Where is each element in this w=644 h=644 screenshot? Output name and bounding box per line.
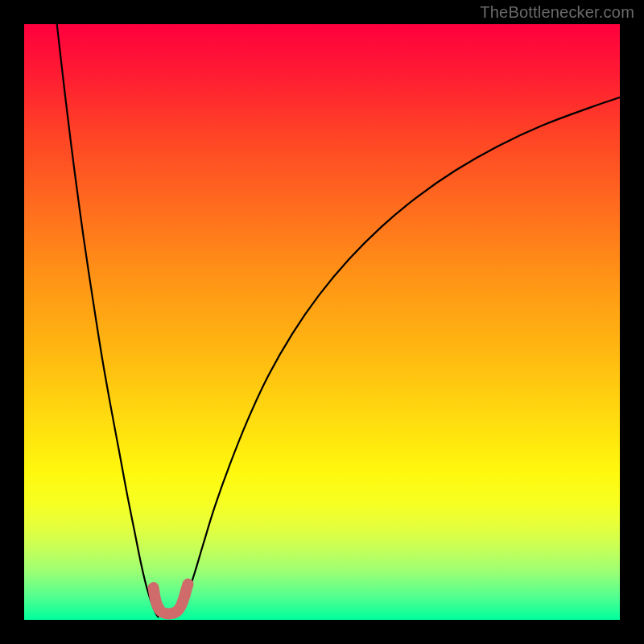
plot-area [24, 24, 620, 620]
watermark-text: TheBottlenecker.com [480, 3, 634, 22]
chart-stage: TheBottlenecker.com [0, 0, 644, 644]
